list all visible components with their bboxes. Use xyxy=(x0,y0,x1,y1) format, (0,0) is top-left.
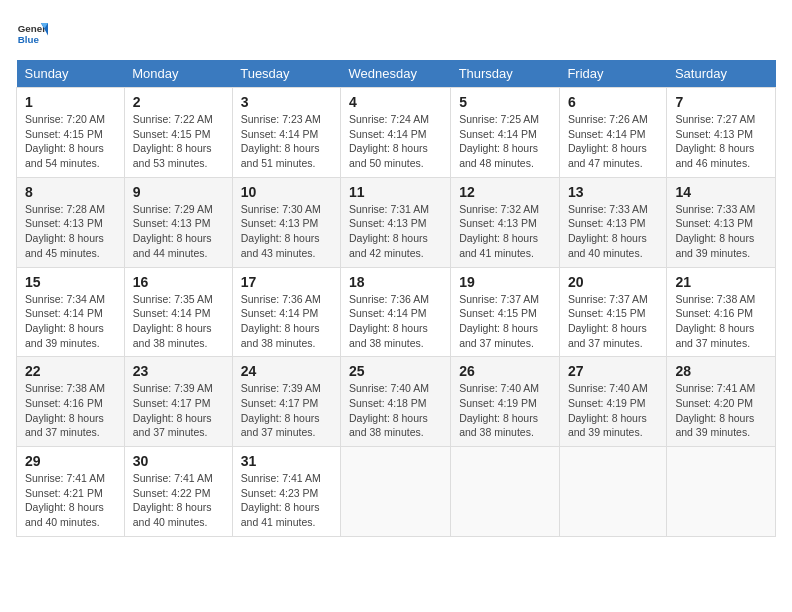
daylight-label: Daylight: 8 hours and 38 minutes. xyxy=(241,322,320,349)
sunrise-label: Sunrise: 7:33 AM xyxy=(675,203,755,215)
day-info: Sunrise: 7:22 AM Sunset: 4:15 PM Dayligh… xyxy=(133,112,224,171)
day-number: 24 xyxy=(241,363,332,379)
day-number: 22 xyxy=(25,363,116,379)
sunrise-label: Sunrise: 7:39 AM xyxy=(241,382,321,394)
weekday-header-monday: Monday xyxy=(124,60,232,88)
sunset-label: Sunset: 4:14 PM xyxy=(349,307,427,319)
day-info: Sunrise: 7:36 AM Sunset: 4:14 PM Dayligh… xyxy=(241,292,332,351)
day-info: Sunrise: 7:27 AM Sunset: 4:13 PM Dayligh… xyxy=(675,112,767,171)
daylight-label: Daylight: 8 hours and 44 minutes. xyxy=(133,232,212,259)
sunrise-label: Sunrise: 7:25 AM xyxy=(459,113,539,125)
daylight-label: Daylight: 8 hours and 37 minutes. xyxy=(568,322,647,349)
sunset-label: Sunset: 4:13 PM xyxy=(241,217,319,229)
day-info: Sunrise: 7:30 AM Sunset: 4:13 PM Dayligh… xyxy=(241,202,332,261)
calendar-cell: 12 Sunrise: 7:32 AM Sunset: 4:13 PM Dayl… xyxy=(451,177,560,267)
sunset-label: Sunset: 4:19 PM xyxy=(459,397,537,409)
day-info: Sunrise: 7:28 AM Sunset: 4:13 PM Dayligh… xyxy=(25,202,116,261)
day-info: Sunrise: 7:23 AM Sunset: 4:14 PM Dayligh… xyxy=(241,112,332,171)
sunrise-label: Sunrise: 7:32 AM xyxy=(459,203,539,215)
sunrise-label: Sunrise: 7:28 AM xyxy=(25,203,105,215)
weekday-header-saturday: Saturday xyxy=(667,60,776,88)
day-number: 13 xyxy=(568,184,659,200)
calendar-cell: 4 Sunrise: 7:24 AM Sunset: 4:14 PM Dayli… xyxy=(340,88,450,178)
weekday-header-sunday: Sunday xyxy=(17,60,125,88)
calendar-cell: 14 Sunrise: 7:33 AM Sunset: 4:13 PM Dayl… xyxy=(667,177,776,267)
sunset-label: Sunset: 4:13 PM xyxy=(25,217,103,229)
day-info: Sunrise: 7:41 AM Sunset: 4:20 PM Dayligh… xyxy=(675,381,767,440)
sunset-label: Sunset: 4:13 PM xyxy=(459,217,537,229)
calendar-cell: 3 Sunrise: 7:23 AM Sunset: 4:14 PM Dayli… xyxy=(232,88,340,178)
day-number: 28 xyxy=(675,363,767,379)
calendar-week-3: 15 Sunrise: 7:34 AM Sunset: 4:14 PM Dayl… xyxy=(17,267,776,357)
day-number: 6 xyxy=(568,94,659,110)
sunset-label: Sunset: 4:19 PM xyxy=(568,397,646,409)
day-info: Sunrise: 7:26 AM Sunset: 4:14 PM Dayligh… xyxy=(568,112,659,171)
sunrise-label: Sunrise: 7:20 AM xyxy=(25,113,105,125)
day-number: 5 xyxy=(459,94,551,110)
day-info: Sunrise: 7:38 AM Sunset: 4:16 PM Dayligh… xyxy=(675,292,767,351)
daylight-label: Daylight: 8 hours and 38 minutes. xyxy=(349,412,428,439)
day-info: Sunrise: 7:33 AM Sunset: 4:13 PM Dayligh… xyxy=(568,202,659,261)
day-info: Sunrise: 7:41 AM Sunset: 4:23 PM Dayligh… xyxy=(241,471,332,530)
calendar-cell: 9 Sunrise: 7:29 AM Sunset: 4:13 PM Dayli… xyxy=(124,177,232,267)
calendar-cell: 27 Sunrise: 7:40 AM Sunset: 4:19 PM Dayl… xyxy=(559,357,667,447)
calendar-cell xyxy=(451,447,560,537)
sunset-label: Sunset: 4:15 PM xyxy=(133,128,211,140)
sunset-label: Sunset: 4:15 PM xyxy=(459,307,537,319)
day-info: Sunrise: 7:41 AM Sunset: 4:21 PM Dayligh… xyxy=(25,471,116,530)
sunset-label: Sunset: 4:13 PM xyxy=(349,217,427,229)
sunset-label: Sunset: 4:15 PM xyxy=(568,307,646,319)
daylight-label: Daylight: 8 hours and 37 minutes. xyxy=(133,412,212,439)
day-info: Sunrise: 7:25 AM Sunset: 4:14 PM Dayligh… xyxy=(459,112,551,171)
page-header: General Blue xyxy=(16,16,776,48)
sunrise-label: Sunrise: 7:33 AM xyxy=(568,203,648,215)
daylight-label: Daylight: 8 hours and 40 minutes. xyxy=(25,501,104,528)
sunrise-label: Sunrise: 7:35 AM xyxy=(133,293,213,305)
sunrise-label: Sunrise: 7:29 AM xyxy=(133,203,213,215)
sunset-label: Sunset: 4:13 PM xyxy=(675,217,753,229)
daylight-label: Daylight: 8 hours and 37 minutes. xyxy=(459,322,538,349)
sunrise-label: Sunrise: 7:38 AM xyxy=(675,293,755,305)
day-info: Sunrise: 7:31 AM Sunset: 4:13 PM Dayligh… xyxy=(349,202,442,261)
calendar-cell xyxy=(340,447,450,537)
day-number: 7 xyxy=(675,94,767,110)
calendar-cell: 1 Sunrise: 7:20 AM Sunset: 4:15 PM Dayli… xyxy=(17,88,125,178)
daylight-label: Daylight: 8 hours and 40 minutes. xyxy=(133,501,212,528)
sunrise-label: Sunrise: 7:39 AM xyxy=(133,382,213,394)
day-number: 2 xyxy=(133,94,224,110)
day-number: 20 xyxy=(568,274,659,290)
day-number: 26 xyxy=(459,363,551,379)
calendar-table: SundayMondayTuesdayWednesdayThursdayFrid… xyxy=(16,60,776,537)
day-number: 11 xyxy=(349,184,442,200)
sunset-label: Sunset: 4:21 PM xyxy=(25,487,103,499)
daylight-label: Daylight: 8 hours and 46 minutes. xyxy=(675,142,754,169)
day-info: Sunrise: 7:40 AM Sunset: 4:18 PM Dayligh… xyxy=(349,381,442,440)
day-info: Sunrise: 7:29 AM Sunset: 4:13 PM Dayligh… xyxy=(133,202,224,261)
calendar-cell: 26 Sunrise: 7:40 AM Sunset: 4:19 PM Dayl… xyxy=(451,357,560,447)
calendar-cell: 18 Sunrise: 7:36 AM Sunset: 4:14 PM Dayl… xyxy=(340,267,450,357)
daylight-label: Daylight: 8 hours and 41 minutes. xyxy=(459,232,538,259)
sunset-label: Sunset: 4:17 PM xyxy=(133,397,211,409)
sunrise-label: Sunrise: 7:41 AM xyxy=(25,472,105,484)
day-number: 8 xyxy=(25,184,116,200)
sunrise-label: Sunrise: 7:34 AM xyxy=(25,293,105,305)
weekday-header-tuesday: Tuesday xyxy=(232,60,340,88)
daylight-label: Daylight: 8 hours and 40 minutes. xyxy=(568,232,647,259)
day-number: 17 xyxy=(241,274,332,290)
daylight-label: Daylight: 8 hours and 37 minutes. xyxy=(25,412,104,439)
day-info: Sunrise: 7:39 AM Sunset: 4:17 PM Dayligh… xyxy=(241,381,332,440)
daylight-label: Daylight: 8 hours and 45 minutes. xyxy=(25,232,104,259)
calendar-header-row: SundayMondayTuesdayWednesdayThursdayFrid… xyxy=(17,60,776,88)
weekday-header-friday: Friday xyxy=(559,60,667,88)
day-number: 14 xyxy=(675,184,767,200)
logo: General Blue xyxy=(16,16,52,48)
calendar-cell: 20 Sunrise: 7:37 AM Sunset: 4:15 PM Dayl… xyxy=(559,267,667,357)
calendar-cell: 6 Sunrise: 7:26 AM Sunset: 4:14 PM Dayli… xyxy=(559,88,667,178)
day-number: 29 xyxy=(25,453,116,469)
day-info: Sunrise: 7:40 AM Sunset: 4:19 PM Dayligh… xyxy=(459,381,551,440)
day-info: Sunrise: 7:24 AM Sunset: 4:14 PM Dayligh… xyxy=(349,112,442,171)
day-number: 25 xyxy=(349,363,442,379)
calendar-cell: 23 Sunrise: 7:39 AM Sunset: 4:17 PM Dayl… xyxy=(124,357,232,447)
calendar-cell: 25 Sunrise: 7:40 AM Sunset: 4:18 PM Dayl… xyxy=(340,357,450,447)
calendar-cell: 31 Sunrise: 7:41 AM Sunset: 4:23 PM Dayl… xyxy=(232,447,340,537)
